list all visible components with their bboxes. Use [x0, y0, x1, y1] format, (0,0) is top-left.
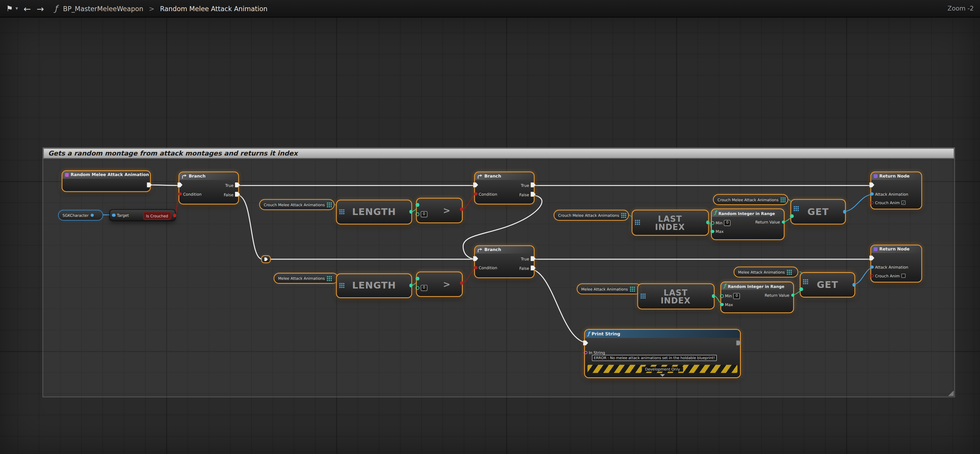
breadcrumb-root[interactable]: BP_MasterMeleeWeapon — [63, 5, 143, 12]
a-in-pin[interactable] — [415, 277, 419, 280]
branch-node-2[interactable]: Branch True Condition False — [475, 173, 534, 204]
variable-crouch-melee-attack-animations[interactable]: Crouch Melee Attack Animations — [554, 211, 628, 220]
random-integer-node-2[interactable]: ƒ Random Integer in Range Min 0 Return V… — [721, 283, 793, 312]
default-value[interactable]: 0 — [420, 285, 427, 290]
variable-crouch-melee-attack-animations[interactable]: Crouch Melee Attack Animations — [714, 195, 788, 204]
print-string-node[interactable]: ƒ Print String In String ERROR : No mele… — [585, 330, 740, 377]
min-pin[interactable]: Min 0 — [720, 293, 740, 299]
greater-node-1[interactable]: > 0 — [417, 198, 462, 222]
true-exec-pin[interactable]: True — [521, 256, 535, 261]
true-exec-pin[interactable]: True — [521, 183, 535, 187]
index-in-pin[interactable] — [799, 287, 803, 291]
branch-node-1[interactable]: Branch True Condition False — [179, 173, 238, 204]
forward-arrow-icon[interactable]: → — [37, 3, 44, 13]
blueprint-bookmark-icon[interactable]: ⚑ — [6, 5, 13, 12]
array-length-node-1[interactable]: LENGTH — [337, 201, 411, 224]
breadcrumb-current[interactable]: Random Melee Attack Animation — [160, 5, 267, 12]
int-out-pin[interactable] — [409, 210, 413, 214]
condition-pin[interactable]: Condition — [474, 192, 497, 196]
b-in-pin[interactable]: 0 — [415, 285, 427, 290]
crouch-anim-checkbox[interactable] — [902, 273, 906, 278]
variable-melee-attack-animations[interactable]: Melee Attack Animations — [734, 267, 797, 277]
min-pin[interactable]: Min 0 — [711, 220, 731, 226]
exec-reroute-pin[interactable] — [264, 257, 268, 261]
exec-in-pin[interactable] — [583, 340, 588, 345]
array-out-pin[interactable] — [621, 213, 622, 214]
array-in-pin[interactable] — [339, 283, 340, 284]
back-arrow-icon[interactable]: ← — [24, 3, 31, 13]
false-exec-pin[interactable]: False — [519, 265, 536, 270]
array-in-pin[interactable] — [635, 220, 636, 221]
comment-resize-handle[interactable] — [948, 391, 954, 396]
attack-animation-pin[interactable]: Attack Animation — [870, 265, 908, 269]
array-in-pin[interactable] — [641, 294, 642, 295]
array-out-pin[interactable] — [630, 286, 631, 287]
last-index-node-2[interactable]: LAST INDEX — [638, 284, 714, 308]
false-exec-pin[interactable]: False — [519, 192, 536, 197]
variable-sgkcharacter[interactable]: SGKCharacter — [59, 211, 102, 220]
max-pin[interactable]: Max — [720, 302, 733, 307]
int-out-pin[interactable] — [706, 221, 710, 224]
exec-out-pin[interactable] — [147, 183, 152, 187]
target-pin[interactable]: Target — [112, 213, 129, 217]
array-get-node-1[interactable]: GET — [791, 200, 845, 224]
array-in-pin[interactable] — [339, 209, 340, 210]
int-out-pin[interactable] — [711, 294, 715, 298]
variable-crouch-melee-attack-animations[interactable]: Crouch Melee Attack Animations — [260, 200, 334, 209]
last-index-node-1[interactable]: LAST INDEX — [632, 211, 708, 235]
exec-in-pin[interactable] — [869, 256, 874, 260]
return-node-2[interactable]: Return Node Attack Animation Crouch Anim — [871, 246, 921, 282]
array-in-pin[interactable] — [794, 206, 795, 207]
index-in-pin[interactable] — [790, 214, 794, 217]
is-crouched-node[interactable]: Target Is Crouched — [110, 210, 175, 221]
reroute-node[interactable] — [262, 256, 270, 262]
array-out-pin[interactable] — [780, 197, 781, 198]
default-value[interactable]: 0 — [420, 211, 427, 217]
b-in-pin[interactable]: 0 — [415, 211, 427, 217]
variable-melee-attack-animations[interactable]: Melee Attack Animations — [274, 273, 337, 283]
exec-in-pin[interactable] — [869, 183, 874, 187]
true-exec-pin[interactable]: True — [225, 183, 240, 187]
random-integer-node-1[interactable]: ƒ Random Integer in Range Min 0 Return V… — [712, 209, 784, 239]
object-out-pin[interactable] — [91, 214, 94, 217]
variable-melee-attack-animations[interactable]: Melee Attack Animations — [578, 284, 641, 294]
return-value-pin[interactable]: Return Value — [755, 220, 785, 224]
exec-in-pin[interactable] — [473, 256, 478, 261]
item-out-pin[interactable] — [852, 283, 856, 286]
item-out-pin[interactable] — [843, 210, 846, 214]
crouch-anim-pin[interactable]: Crouch Anim — [870, 273, 906, 278]
branch-node-3[interactable]: Branch True Condition False — [475, 246, 534, 277]
crouch-anim-checkbox[interactable]: ✓ — [902, 201, 906, 205]
condition-pin[interactable]: Condition — [474, 265, 497, 270]
bool-out-pin[interactable] — [460, 207, 463, 211]
collapse-chevron-icon[interactable] — [660, 374, 665, 377]
crouch-anim-pin[interactable]: Crouch Anim ✓ — [870, 201, 906, 205]
in-string-pin[interactable]: In String — [584, 350, 605, 355]
greater-node-2[interactable]: > 0 — [417, 272, 462, 296]
false-exec-pin[interactable]: False — [224, 192, 240, 197]
exec-in-pin[interactable] — [473, 183, 478, 187]
exec-in-pin[interactable] — [178, 183, 183, 187]
chevron-down-icon[interactable]: ▾ — [16, 6, 18, 11]
bool-out-pin[interactable] — [460, 281, 463, 285]
function-entry-node[interactable]: Random Melee Attack Animation — [62, 171, 150, 191]
min-value[interactable]: 0 — [724, 220, 731, 226]
array-out-pin[interactable] — [327, 202, 328, 203]
return-node-1[interactable]: Return Node Attack Animation Crouch Anim… — [871, 173, 921, 209]
array-out-pin[interactable] — [327, 276, 328, 277]
array-get-node-2[interactable]: GET — [801, 273, 854, 297]
array-length-node-2[interactable]: LENGTH — [337, 274, 411, 297]
array-out-pin[interactable] — [787, 270, 788, 271]
bool-out-pin[interactable]: Is Crouched — [143, 211, 176, 220]
attack-animation-pin[interactable]: Attack Animation — [870, 192, 908, 196]
condition-pin[interactable]: Condition — [178, 192, 202, 196]
in-string-input[interactable]: ERROR : No melee attack animations set i… — [592, 355, 717, 361]
exec-out-pin[interactable] — [736, 340, 741, 345]
int-out-pin[interactable] — [409, 284, 413, 287]
array-in-pin[interactable] — [803, 279, 804, 280]
min-value[interactable]: 0 — [733, 293, 740, 299]
comment-title[interactable]: Gets a random montage from attack montag… — [43, 148, 954, 159]
return-value-pin[interactable]: Return Value — [765, 293, 794, 297]
max-pin[interactable]: Max — [711, 229, 724, 234]
a-in-pin[interactable] — [415, 203, 419, 206]
